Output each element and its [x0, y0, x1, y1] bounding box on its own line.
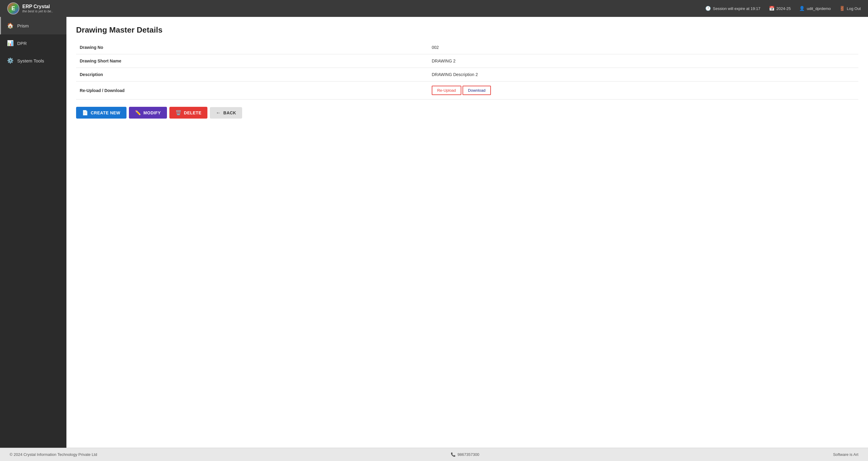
field-label-reupload-download: Re-Upload / Download: [76, 81, 428, 100]
footer-phone: 📞 9867357300: [451, 452, 479, 457]
home-icon: 🏠: [7, 22, 13, 29]
app-header: E ERP Crystal the best is yet to be.. 🕐 …: [0, 0, 868, 17]
user-label: udit_dprdemo: [807, 6, 831, 11]
logout-button[interactable]: 🚪 Log Out: [839, 6, 861, 11]
edit-icon: ✏️: [135, 110, 141, 116]
back-icon: ←: [216, 110, 221, 116]
logout-label: Log Out: [847, 6, 861, 11]
sidebar: 🏠 Prism 📊 DPR ⚙️ System Tools: [0, 17, 66, 448]
table-row: Drawing Short Name DRAWING 2: [76, 54, 858, 68]
sidebar-item-dpr[interactable]: 📊 DPR: [0, 34, 66, 52]
session-info: 🕐 Session will expire at 19:17: [705, 6, 761, 11]
main-content: Drawing Master Details Drawing No 002 Dr…: [66, 17, 868, 448]
field-label-drawing-no: Drawing No: [76, 41, 428, 54]
footer-tagline: Software is Art: [833, 452, 858, 457]
field-value-description: DRAWING Description 2: [428, 68, 858, 81]
logout-icon: 🚪: [839, 6, 845, 11]
logo: E ERP Crystal the best is yet to be..: [7, 2, 53, 14]
clock-icon: 🕐: [705, 6, 711, 11]
reupload-download-buttons: Re-Upload Download: [432, 86, 855, 95]
download-button[interactable]: Download: [463, 86, 491, 95]
logo-text: ERP Crystal the best is yet to be..: [22, 4, 53, 13]
modify-button[interactable]: ✏️ MODIFY: [129, 107, 167, 119]
gear-icon: ⚙️: [7, 57, 13, 64]
header-right: 🕐 Session will expire at 19:17 📅 2024-25…: [705, 6, 861, 11]
delete-label: DELETE: [184, 110, 202, 115]
create-new-button[interactable]: 📄 CREATE NEW: [76, 107, 126, 119]
field-label-drawing-short-name: Drawing Short Name: [76, 54, 428, 68]
app-footer: © 2024 Crystal Information Technology Pr…: [0, 448, 868, 461]
sidebar-item-prism[interactable]: 🏠 Prism: [0, 17, 66, 34]
phone-icon: 📞: [451, 452, 456, 457]
user-info: 👤 udit_dprdemo: [799, 6, 831, 11]
create-icon: 📄: [82, 110, 89, 116]
year-info: 📅 2024-25: [769, 6, 791, 11]
table-row: Description DRAWING Description 2: [76, 68, 858, 81]
year-label: 2024-25: [777, 6, 791, 11]
logo-icon: E: [7, 2, 19, 14]
table-row: Drawing No 002: [76, 41, 858, 54]
field-value-drawing-no: 002: [428, 41, 858, 54]
field-label-description: Description: [76, 68, 428, 81]
field-value-drawing-short-name: DRAWING 2: [428, 54, 858, 68]
create-label: CREATE NEW: [91, 110, 121, 115]
calendar-icon: 📅: [769, 6, 775, 11]
phone-number: 9867357300: [457, 452, 479, 457]
user-icon: 👤: [799, 6, 805, 11]
footer-copyright: © 2024 Crystal Information Technology Pr…: [10, 452, 97, 457]
app-tagline: the best is yet to be..: [22, 9, 53, 13]
modify-label: MODIFY: [144, 110, 161, 115]
sidebar-label-prism: Prism: [17, 23, 29, 28]
action-bar: 📄 CREATE NEW ✏️ MODIFY 🗑️ DELETE ← BACK: [76, 107, 858, 119]
app-name: ERP Crystal: [22, 4, 53, 9]
sidebar-label-system-tools: System Tools: [17, 58, 44, 63]
main-wrapper: 🏠 Prism 📊 DPR ⚙️ System Tools Drawing Ma…: [0, 17, 868, 448]
table-row: Re-Upload / Download Re-Upload Download: [76, 81, 858, 100]
delete-icon: 🗑️: [176, 110, 182, 116]
back-label: BACK: [223, 110, 236, 115]
delete-button[interactable]: 🗑️ DELETE: [169, 107, 208, 119]
reupload-button[interactable]: Re-Upload: [432, 86, 461, 95]
chart-icon: 📊: [7, 40, 13, 46]
session-label: Session will expire at 19:17: [713, 6, 761, 11]
page-title: Drawing Master Details: [76, 25, 858, 35]
back-button[interactable]: ← BACK: [210, 107, 242, 119]
field-value-reupload-download: Re-Upload Download: [428, 81, 858, 100]
sidebar-label-dpr: DPR: [17, 41, 27, 46]
detail-table: Drawing No 002 Drawing Short Name DRAWIN…: [76, 41, 858, 100]
sidebar-item-system-tools[interactable]: ⚙️ System Tools: [0, 52, 66, 69]
